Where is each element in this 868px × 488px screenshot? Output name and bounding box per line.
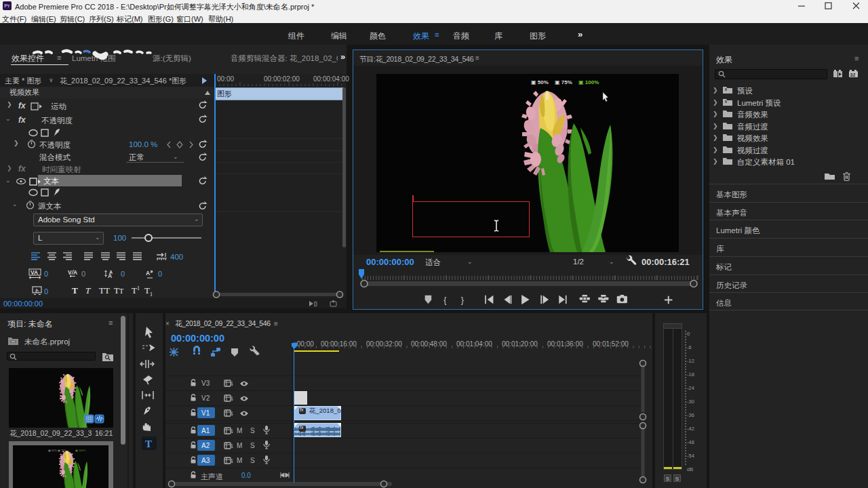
svg-text:{: { — [443, 296, 446, 305]
svg-text:▣ 100%: ▣ 100% — [75, 449, 86, 452]
svg-text:32: 32 — [850, 73, 856, 77]
svg-text:a: a — [151, 269, 153, 273]
svg-text:▣ 50% ▣ 75%: ▣ 50% ▣ 75% — [48, 449, 66, 452]
svg-text:あ: あ — [35, 288, 39, 293]
svg-text:A: A — [108, 272, 112, 279]
svg-text:V/A: V/A — [68, 269, 77, 276]
svg-text:A: A — [146, 270, 150, 277]
svg-text:VA: VA — [31, 269, 38, 276]
svg-text:T: T — [145, 439, 152, 449]
svg-text:}: } — [461, 296, 464, 305]
